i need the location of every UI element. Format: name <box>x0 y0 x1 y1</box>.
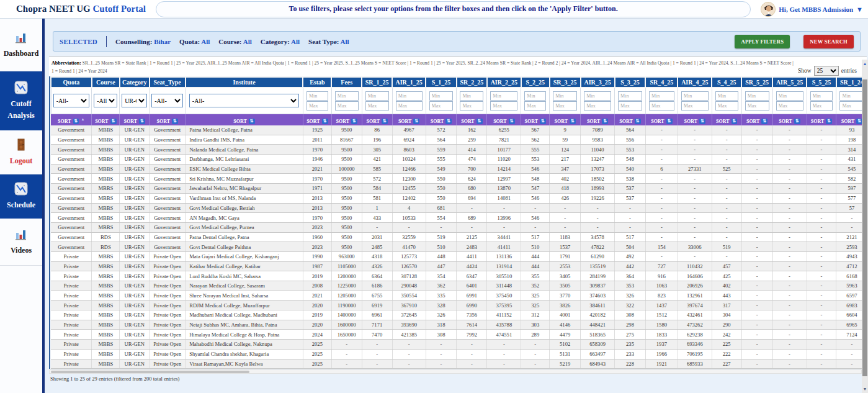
air_4_25-min-input[interactable] <box>681 91 709 101</box>
cell-quota: Private <box>51 261 92 271</box>
cell-air_4_25: 629238 <box>678 330 712 340</box>
sidebar-item-videos[interactable]: Videos <box>0 219 42 266</box>
sort-button-s_1_25[interactable]: SORT⇅ <box>431 119 452 124</box>
air_1_25-max-input[interactable] <box>396 101 423 111</box>
sidebar-item-dashboard[interactable]: Dashboard <box>0 19 42 71</box>
column-header-sr_3_25: SR_3_25 <box>550 77 581 88</box>
sidebar-item-logout[interactable]: Logout <box>0 130 42 174</box>
sort-button-s_5_25[interactable]: SORT⇅ <box>811 119 832 124</box>
vertical-scrollbar-thumb[interactable] <box>862 79 867 376</box>
fees-min-input[interactable] <box>335 91 359 101</box>
fees-max-input[interactable] <box>335 101 359 111</box>
seat_type-filter-select[interactable]: -All- <box>151 94 183 107</box>
estab-max-input[interactable] <box>306 101 328 111</box>
air_3_25-min-input[interactable] <box>584 91 611 101</box>
sort-button-air_5_25[interactable]: SORT⇅ <box>779 119 800 124</box>
new-search-button[interactable]: NEW SEARCH <box>803 35 854 48</box>
apply-filters-button[interactable]: APPLY FILTERS <box>735 35 790 48</box>
air_5_25-min-input[interactable] <box>776 91 803 101</box>
s_2_25-min-input[interactable] <box>524 91 546 101</box>
sr_3_25-min-input[interactable] <box>553 91 577 101</box>
sort-button-air_3_25[interactable]: SORT⇅ <box>587 119 608 124</box>
sr_1_25-min-input[interactable] <box>365 91 389 101</box>
cell-s_1_25: 510 <box>426 242 457 252</box>
cell-sr_3_25: 217 <box>550 155 581 165</box>
horizontal-scrollbar-thumb[interactable] <box>51 371 249 373</box>
sr_4_25-min-input[interactable] <box>649 91 674 101</box>
cell-s_4_25: - <box>712 222 741 232</box>
sort-button-sr_3_25[interactable]: SORT⇅ <box>554 119 575 124</box>
sr_5_25-max-input[interactable] <box>745 101 769 111</box>
air_2_25-max-input[interactable] <box>490 101 517 111</box>
cell-sr_5_25: - <box>741 242 772 252</box>
sort-button-air_2_25[interactable]: SORT⇅ <box>493 119 514 124</box>
air_3_25-max-input[interactable] <box>584 101 611 111</box>
cell-sr_3_25: 2553 <box>550 261 581 271</box>
sr_5_25-min-input[interactable] <box>745 91 769 101</box>
air_4_25-max-input[interactable] <box>681 101 709 111</box>
sort-button-s_3_25[interactable]: SORT⇅ <box>619 119 640 124</box>
air_5_25-max-input[interactable] <box>776 101 803 111</box>
cell-air_3_25: 135519 <box>581 261 615 271</box>
sort-button-sr_5_25[interactable]: SORT⇅ <box>746 119 767 124</box>
sort-button-category[interactable]: SORT⇅ <box>124 119 145 124</box>
sort-button-seat_type[interactable]: SORT⇅ <box>156 119 177 124</box>
s_3_25-min-input[interactable] <box>618 91 642 101</box>
horizontal-scrollbar[interactable] <box>49 369 862 374</box>
cell-fees: 1105000 <box>331 261 362 271</box>
sr_4_25-max-input[interactable] <box>649 101 674 111</box>
cell-air_2_25: 12997 <box>487 174 521 184</box>
category-filter-select[interactable]: UR-GEN <box>122 94 147 107</box>
quota-filter-select[interactable]: -All- <box>53 94 89 107</box>
s_5_25-min-input[interactable] <box>810 91 833 101</box>
cell-sr_5_25: - <box>741 232 772 242</box>
cell-air_5_25: - <box>772 340 807 350</box>
sr_2_25-min-input[interactable] <box>460 91 483 101</box>
sort-button-sr_4_25[interactable]: SORT⇅ <box>651 119 672 124</box>
sr_3_25-max-input[interactable] <box>553 101 577 111</box>
sort-button-sr_2_25[interactable]: SORT⇅ <box>461 119 482 124</box>
sr_2_25-max-input[interactable] <box>460 101 483 111</box>
sort-button-sr_1_24[interactable]: SORT⇅ <box>841 119 862 124</box>
s_5_25-max-input[interactable] <box>810 101 833 111</box>
sort-button-quota[interactable]: SORT⇅▲ <box>58 119 84 124</box>
institute-filter-select[interactable]: -All- <box>189 94 299 107</box>
s_4_25-max-input[interactable] <box>715 101 738 111</box>
sidebar-item-schedule[interactable]: Schedule <box>0 174 42 219</box>
sidebar-item-cutoff-analysis[interactable]: Cutoff Analysis <box>0 71 42 130</box>
sr_1_24-min-input[interactable] <box>839 91 864 101</box>
sort-button-sr_1_25[interactable]: SORT⇅ <box>366 119 387 124</box>
s_4_25-min-input[interactable] <box>715 91 738 101</box>
air_2_25-min-input[interactable] <box>490 91 517 101</box>
cell-air_4_25: - <box>678 184 712 194</box>
scroll-down-icon[interactable]: ▼ <box>862 386 868 392</box>
cell-sr_2_25: 2125 <box>457 232 487 242</box>
user-menu[interactable]: Hi, Get MBBS Admission ▼ <box>761 2 863 17</box>
s_1_25-max-input[interactable] <box>429 101 454 111</box>
cell-sr_1_25: 4318 <box>362 251 392 261</box>
sort-button-estab[interactable]: SORT⇅ <box>306 119 328 124</box>
course-filter-select[interactable]: -All- <box>94 94 117 107</box>
cell-sr_3_25: 59 <box>550 135 581 145</box>
sort-button-s_4_25[interactable]: SORT⇅ <box>716 119 737 124</box>
cell-air_1_25: 393690 <box>392 320 426 330</box>
s_3_25-max-input[interactable] <box>618 101 642 111</box>
sr_1_25-max-input[interactable] <box>365 101 389 111</box>
sort-button-air_4_25[interactable]: SORT⇅ <box>684 119 705 124</box>
scroll-up-icon[interactable]: ▲ <box>862 61 868 67</box>
sr_1_24-max-input[interactable] <box>839 101 864 111</box>
s_2_25-max-input[interactable] <box>524 101 546 111</box>
s_1_25-min-input[interactable] <box>429 91 454 101</box>
estab-min-input[interactable] <box>306 91 328 101</box>
sort-button-air_1_25[interactable]: SORT⇅ <box>398 119 419 124</box>
sort-button-s_2_25[interactable]: SORT⇅ <box>525 119 546 124</box>
air_1_25-min-input[interactable] <box>396 91 423 101</box>
vertical-scrollbar[interactable]: ▲ ▼ <box>862 60 868 393</box>
table-row: GovernmentBDSUR-GENGovernmentPatna Denta… <box>51 232 867 242</box>
sort-button-institute[interactable]: SORT⇅ <box>233 119 254 124</box>
sort-button-course[interactable]: SORT⇅ <box>95 119 116 124</box>
cell-course: MBBS <box>92 291 120 300</box>
entries-select[interactable]: 25 <box>814 66 839 76</box>
sort-button-fees[interactable]: SORT⇅ <box>336 119 357 124</box>
cell-sr_2_25: 6991 <box>457 291 487 300</box>
